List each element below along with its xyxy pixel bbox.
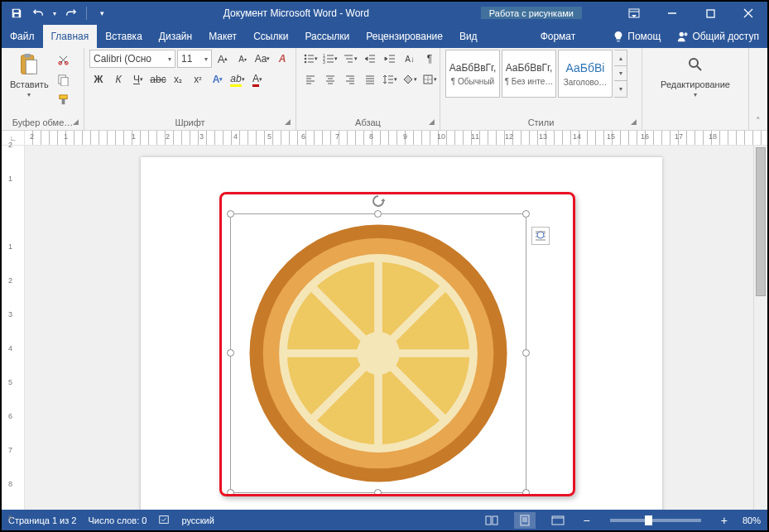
undo-more-icon[interactable]: ▾ (50, 3, 60, 23)
indent-dec-icon[interactable] (361, 50, 379, 68)
superscript-icon[interactable]: x² (189, 70, 207, 89)
tab-file[interactable]: Файл (2, 25, 43, 48)
tab-view[interactable]: Вид (451, 25, 486, 48)
shrink-font-icon[interactable]: A▾ (233, 50, 252, 68)
tab-design[interactable]: Дизайн (151, 25, 200, 48)
font-name-combo[interactable]: Calibri (Осно▾ (89, 50, 175, 68)
minimize-icon[interactable] (653, 2, 691, 25)
tab-mailings[interactable]: Рассылки (296, 25, 358, 48)
grow-font-icon[interactable]: A▴ (214, 50, 232, 68)
tab-review[interactable]: Рецензирование (358, 25, 451, 48)
maximize-icon[interactable] (691, 2, 729, 25)
indent-inc-icon[interactable] (381, 50, 399, 68)
numbering-icon[interactable]: 123▾ (321, 50, 339, 68)
zoom-level[interactable]: 80% (743, 515, 761, 525)
align-right-icon[interactable] (341, 70, 359, 89)
sort-icon[interactable]: A↓ (401, 50, 419, 68)
view-print-icon[interactable] (514, 512, 536, 529)
style-heading1[interactable]: АаБбВіЗаголово… (558, 50, 613, 98)
layout-options-icon[interactable] (531, 227, 550, 245)
style-nospacing[interactable]: АаБбВвГг,¶ Без инте… (502, 50, 556, 98)
format-painter-icon[interactable] (55, 91, 72, 108)
view-read-icon[interactable] (481, 512, 502, 529)
tell-me[interactable]: Помощ (604, 25, 669, 48)
zoom-out-icon[interactable]: − (580, 514, 594, 527)
resize-handle-ne[interactable] (522, 210, 530, 218)
font-dialog-icon[interactable]: ◢ (282, 117, 292, 127)
subscript-icon[interactable]: x₂ (169, 70, 187, 89)
tab-format[interactable]: Формат (532, 25, 584, 48)
status-spell-icon[interactable] (158, 514, 170, 527)
picture-tools-label: Работа с рисунками (481, 7, 582, 21)
status-page[interactable]: Страница 1 из 2 (8, 515, 76, 525)
resize-handle-w[interactable] (227, 349, 234, 357)
borders-icon[interactable]: ▾ (421, 70, 439, 89)
svg-rect-31 (493, 516, 497, 525)
svg-rect-1 (707, 10, 714, 17)
tab-home[interactable]: Главная (43, 25, 98, 48)
svg-point-2 (680, 32, 684, 36)
scrollbar-thumb[interactable] (756, 147, 766, 296)
resize-handle-sw[interactable] (227, 489, 234, 496)
share-button[interactable]: Общий доступ (669, 25, 767, 48)
change-case-icon[interactable]: Aa▾ (253, 50, 272, 68)
close-icon[interactable] (729, 2, 767, 25)
redo-icon[interactable] (61, 3, 81, 23)
svg-rect-30 (486, 516, 491, 525)
underline-icon[interactable]: Ч▾ (129, 70, 147, 89)
clear-format-icon[interactable]: A (273, 50, 291, 68)
resize-handle-e[interactable] (522, 349, 530, 357)
collapse-ribbon-icon[interactable]: ˄ (749, 48, 767, 130)
tab-references[interactable]: Ссылки (245, 25, 296, 48)
clipboard-dialog-icon[interactable]: ◢ (70, 117, 80, 127)
editing-button[interactable]: Редактирование ▾ (657, 50, 733, 100)
cut-icon[interactable] (55, 51, 72, 68)
line-spacing-icon[interactable]: ▾ (381, 70, 399, 89)
ruler-corner: ∟ (2, 131, 25, 145)
font-size-combo[interactable]: 11▾ (177, 50, 212, 68)
status-language[interactable]: русский (181, 515, 214, 525)
text-effects-icon[interactable]: A▾ (209, 70, 227, 89)
picture-selection[interactable] (230, 213, 526, 493)
copy-icon[interactable] (55, 71, 72, 88)
document-canvas[interactable] (25, 146, 767, 510)
multilevel-icon[interactable]: ▾ (341, 50, 359, 68)
qat-customize-icon[interactable]: ▾ (92, 3, 112, 23)
font-color-icon[interactable]: A▾ (248, 70, 267, 89)
page (141, 157, 662, 510)
resize-handle-se[interactable] (522, 489, 530, 496)
tab-layout[interactable]: Макет (200, 25, 245, 48)
resize-handle-s[interactable] (374, 489, 382, 496)
zoom-in-icon[interactable]: + (718, 514, 731, 527)
svg-rect-10 (61, 77, 68, 85)
show-marks-icon[interactable]: ¶ (421, 50, 439, 68)
status-words[interactable]: Число слов: 0 (88, 515, 147, 525)
resize-handle-nw[interactable] (227, 210, 234, 218)
ribbon-options-icon[interactable] (615, 2, 653, 25)
ruler-vertical[interactable]: 21123456789101112 (2, 146, 25, 510)
tab-insert[interactable]: Вставка (97, 25, 151, 48)
strike-icon[interactable]: abc (149, 70, 167, 89)
shading-icon[interactable]: ▾ (401, 70, 419, 89)
rotate-handle-icon[interactable] (372, 194, 385, 208)
style-normal[interactable]: АаБбВвГг,¶ Обычный (445, 50, 500, 98)
svg-rect-29 (160, 515, 169, 523)
ruler-horizontal[interactable]: 21123456789101112131415161718 (25, 131, 767, 145)
align-center-icon[interactable] (321, 70, 339, 89)
styles-gallery-more[interactable]: ▴▾▾ (614, 50, 627, 98)
undo-icon[interactable] (28, 3, 48, 23)
save-icon[interactable] (7, 3, 26, 23)
bold-icon[interactable]: Ж (89, 70, 108, 89)
resize-handle-n[interactable] (374, 210, 382, 218)
scrollbar-vertical[interactable] (753, 146, 767, 510)
bullets-icon[interactable]: ▾ (301, 50, 320, 68)
italic-icon[interactable]: К (109, 70, 127, 89)
paragraph-dialog-icon[interactable]: ◢ (426, 117, 436, 127)
justify-icon[interactable] (361, 70, 379, 89)
styles-dialog-icon[interactable]: ◢ (628, 117, 638, 127)
paste-button[interactable]: Вставить ▾ (7, 50, 52, 100)
zoom-slider[interactable] (610, 519, 701, 522)
align-left-icon[interactable] (301, 70, 320, 89)
view-web-icon[interactable] (547, 512, 569, 529)
highlight-icon[interactable]: ab▾ (228, 70, 247, 89)
